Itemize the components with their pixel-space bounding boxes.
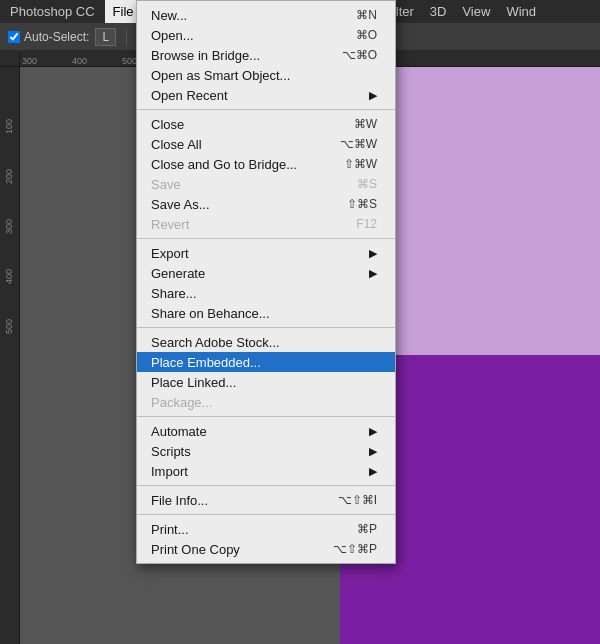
separator-5	[137, 485, 395, 486]
menu-item-close-bridge[interactable]: Close and Go to Bridge... ⇧⌘W	[137, 154, 395, 174]
menu-item-search-stock[interactable]: Search Adobe Stock...	[137, 332, 395, 352]
ruler-tick: 400	[70, 56, 120, 66]
layer-indicator: L	[95, 28, 116, 46]
menu-item-open[interactable]: Open... ⌘O	[137, 25, 395, 45]
toolbar-separator	[126, 28, 127, 46]
menu-item-generate[interactable]: Generate ▶	[137, 263, 395, 283]
menu-item-new[interactable]: New... ⌘N	[137, 5, 395, 25]
ruler-tick: 300	[20, 56, 70, 66]
menu-item-place-embedded[interactable]: Place Embedded...	[137, 352, 395, 372]
menu-wind[interactable]: Wind	[498, 0, 544, 23]
separator-4	[137, 416, 395, 417]
menu-item-print-one[interactable]: Print One Copy ⌥⇧⌘P	[137, 539, 395, 559]
menu-item-export[interactable]: Export ▶	[137, 243, 395, 263]
menu-item-save[interactable]: Save ⌘S	[137, 174, 395, 194]
ruler-numbers-v: 100 200 300 400 500	[0, 67, 19, 369]
menu-item-print[interactable]: Print... ⌘P	[137, 519, 395, 539]
menu-item-place-linked[interactable]: Place Linked...	[137, 372, 395, 392]
menu-item-file-info[interactable]: File Info... ⌥⇧⌘I	[137, 490, 395, 510]
auto-select-checkbox[interactable]: Auto-Select:	[8, 30, 89, 44]
menu-item-close[interactable]: Close ⌘W	[137, 114, 395, 134]
menu-view[interactable]: View	[454, 0, 498, 23]
menu-item-scripts[interactable]: Scripts ▶	[137, 441, 395, 461]
menu-item-share[interactable]: Share...	[137, 283, 395, 303]
menu-3d[interactable]: 3D	[422, 0, 455, 23]
auto-select-label: Auto-Select:	[24, 30, 89, 44]
menu-item-close-all[interactable]: Close All ⌥⌘W	[137, 134, 395, 154]
separator-6	[137, 514, 395, 515]
menu-item-automate[interactable]: Automate ▶	[137, 421, 395, 441]
menu-item-open-recent[interactable]: Open Recent ▶	[137, 85, 395, 105]
menu-item-package[interactable]: Package...	[137, 392, 395, 412]
menu-item-share-behance[interactable]: Share on Behance...	[137, 303, 395, 323]
menu-item-open-smart[interactable]: Open as Smart Object...	[137, 65, 395, 85]
ruler-corner	[0, 51, 20, 67]
menu-item-save-as[interactable]: Save As... ⇧⌘S	[137, 194, 395, 214]
menu-item-import[interactable]: Import ▶	[137, 461, 395, 481]
separator-2	[137, 238, 395, 239]
app-name: Photoshop CC	[0, 4, 105, 19]
separator-1	[137, 109, 395, 110]
ruler-vertical: 100 200 300 400 500	[0, 67, 20, 644]
menu-item-revert[interactable]: Revert F12	[137, 214, 395, 234]
file-dropdown-menu: New... ⌘N Open... ⌘O Browse in Bridge...…	[136, 0, 396, 564]
separator-3	[137, 327, 395, 328]
menu-item-browse[interactable]: Browse in Bridge... ⌥⌘O	[137, 45, 395, 65]
